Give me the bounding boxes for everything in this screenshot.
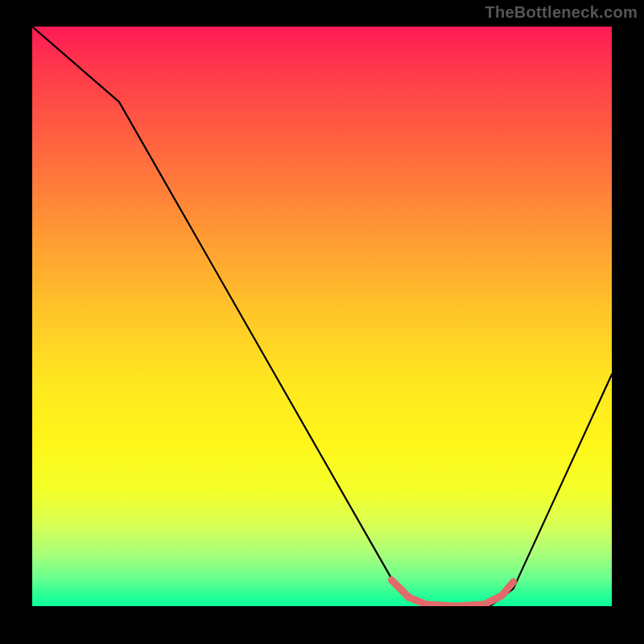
- chart-container: TheBottleneck.com: [0, 0, 644, 644]
- watermark-text: TheBottleneck.com: [485, 3, 638, 22]
- plot-area: [32, 27, 612, 606]
- chart-svg: [32, 27, 612, 606]
- curve-main: [32, 27, 612, 606]
- curve-highlight: [391, 580, 513, 606]
